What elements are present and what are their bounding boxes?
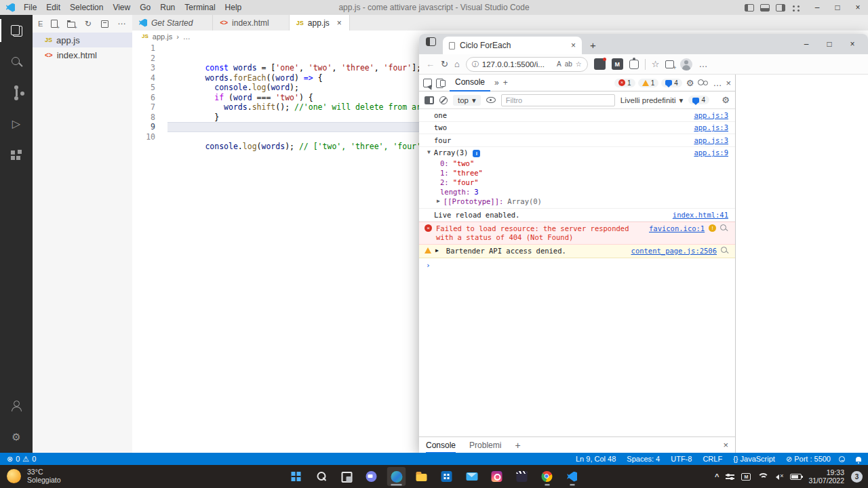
vscode-icon[interactable] — [563, 467, 582, 486]
clipchamp-icon[interactable] — [513, 467, 532, 486]
new-tab-button[interactable]: + — [590, 39, 596, 51]
search-similar-icon[interactable] — [721, 247, 728, 254]
store-icon[interactable] — [437, 467, 456, 486]
console-warning-row[interactable]: ▶ Bartender API access denied. content_p… — [419, 245, 735, 258]
start-icon[interactable] — [287, 467, 306, 486]
console-sidebar-icon[interactable] — [425, 96, 434, 104]
console-error-row[interactable]: × Failed to load resource: the server re… — [419, 222, 735, 245]
new-folder-icon[interactable] — [66, 18, 77, 29]
menu-go[interactable]: Go — [135, 0, 155, 15]
refresh-explorer-icon[interactable]: ↻ — [83, 18, 94, 29]
drawer-add-icon[interactable]: + — [515, 440, 520, 451]
battery-icon[interactable] — [790, 474, 802, 480]
refresh-icon[interactable]: ↻ — [441, 59, 448, 69]
toggle-panel-icon[interactable] — [760, 4, 770, 12]
source-link[interactable]: app.js:9 — [694, 148, 728, 157]
array-property-row[interactable]: 2: "four" — [419, 178, 735, 187]
activity-account[interactable] — [0, 390, 33, 422]
console-log-row[interactable]: four app.js:3 — [419, 134, 735, 147]
console-settings-icon[interactable]: ⚙ — [722, 95, 730, 105]
address-bar[interactable]: ⓘ 127.0.0.1:5500/i... A ab ☆ — [466, 57, 588, 72]
instagram-icon[interactable] — [488, 467, 507, 486]
status-indentation[interactable]: Spaces: 4 — [627, 455, 660, 463]
activity-run-debug[interactable]: ▷ — [0, 108, 33, 140]
expand-triangle-icon[interactable]: ▼ — [427, 148, 431, 157]
tablet-input-icon[interactable]: M — [741, 473, 751, 481]
page-viewport[interactable] — [736, 75, 868, 453]
source-link[interactable]: content_page.js:2506 — [631, 247, 717, 256]
notification-count-badge[interactable]: 3 — [851, 471, 863, 483]
source-link[interactable]: app.js:3 — [694, 136, 728, 145]
extension-icon[interactable] — [594, 58, 606, 70]
drawer-tab-problems[interactable]: Problemi — [469, 441, 501, 450]
back-icon[interactable]: ← — [426, 59, 435, 69]
devtools-more-icon[interactable]: … — [713, 78, 722, 88]
status-cursor-position[interactable]: Ln 9, Col 48 — [576, 455, 616, 463]
notifications-bell-icon[interactable] — [856, 457, 861, 462]
add-panel-icon[interactable]: + — [503, 78, 508, 87]
expand-triangle-icon[interactable]: ▶ — [437, 197, 440, 206]
browser-tab-close-icon[interactable]: × — [571, 41, 576, 50]
source-link[interactable]: app.js:3 — [694, 123, 728, 132]
menu-help[interactable]: Help — [220, 0, 247, 15]
devtools-tab-console[interactable]: Console — [450, 75, 490, 92]
menu-view[interactable]: View — [108, 0, 135, 15]
more-tabs-icon[interactable]: » — [494, 78, 499, 87]
customize-layout-icon[interactable] — [791, 4, 801, 12]
info-badge-icon[interactable]: i — [473, 150, 480, 157]
status-eol[interactable]: CRLF — [703, 455, 722, 463]
warning-count-badge[interactable]: 1 — [638, 79, 659, 87]
issues-icon[interactable]: ! — [709, 224, 716, 232]
wifi-icon[interactable] — [757, 473, 766, 481]
error-count-badge[interactable]: ×1 — [614, 79, 635, 87]
activity-explorer[interactable] — [0, 15, 33, 46]
menu-run[interactable]: Run — [155, 0, 180, 15]
browser-close-button[interactable]: × — [842, 39, 863, 49]
extension-m-icon[interactable]: M — [612, 58, 623, 70]
clock[interactable]: 19:33 31/07/2022 — [808, 468, 844, 485]
source-link[interactable]: index.html:41 — [673, 211, 728, 220]
translate-icon[interactable]: ab — [565, 60, 572, 68]
explorer-more-icon[interactable]: ⋯ — [116, 18, 127, 29]
devtools-settings-icon[interactable]: ⚙ — [686, 78, 694, 88]
menu-edit[interactable]: Edit — [41, 0, 65, 15]
vscode-minimize-button[interactable]: – — [807, 0, 827, 15]
devtools-close-icon[interactable]: × — [726, 78, 731, 88]
profile-avatar[interactable] — [680, 58, 692, 70]
file-index-html[interactable]: <> index.html — [33, 47, 132, 62]
feedback-icon[interactable] — [839, 456, 845, 462]
live-expression-icon[interactable] — [486, 97, 496, 103]
problems-indicator[interactable]: ⊗ 0 ⚠ 0 — [7, 455, 36, 464]
drawer-tab-console[interactable]: Console — [426, 437, 456, 453]
volume-muted-icon[interactable] — [773, 473, 783, 481]
activity-search[interactable] — [0, 46, 33, 77]
favorites-bar-icon[interactable]: ☆ — [652, 59, 660, 69]
expand-triangle-icon[interactable]: ▶ — [435, 247, 439, 256]
menu-selection[interactable]: Selection — [65, 0, 108, 15]
array-property-row[interactable]: 0: "two" — [419, 159, 735, 168]
status-live-server-port[interactable]: ⊘ Port : 5500 — [786, 455, 831, 464]
filter-input[interactable] — [501, 94, 615, 106]
home-icon[interactable]: ⌂ — [454, 59, 460, 69]
site-info-icon[interactable]: ⓘ — [472, 60, 479, 69]
weather-widget[interactable]: 33°C Soleggiato — [7, 468, 61, 484]
file-explorer-icon[interactable] — [412, 467, 431, 486]
status-encoding[interactable]: UTF-8 — [671, 455, 692, 463]
toggle-sidebar-icon[interactable] — [745, 4, 754, 12]
context-selector[interactable]: top▾ — [453, 95, 481, 106]
status-language[interactable]: {} JavaScript — [733, 455, 775, 463]
chat-icon[interactable] — [362, 467, 381, 486]
console-log-row[interactable]: one app.js:3 — [419, 109, 735, 122]
toolbar-message-badge[interactable]: 4 — [688, 96, 709, 104]
breadcrumb-symbol[interactable]: … — [183, 33, 191, 41]
device-toolbar-icon[interactable] — [436, 79, 446, 87]
mixer-icon[interactable] — [726, 473, 734, 480]
taskview-icon[interactable] — [337, 467, 356, 486]
message-count-badge[interactable]: 4 — [661, 79, 682, 87]
tab-index-html[interactable]: <> index.html — [213, 15, 289, 30]
vscode-close-button[interactable]: × — [848, 0, 868, 15]
array-property-row[interactable]: 1: "three" — [419, 168, 735, 178]
inspect-element-icon[interactable] — [423, 79, 432, 87]
toggle-secondary-sidebar-icon[interactable] — [776, 4, 785, 12]
collapse-folders-icon[interactable] — [100, 18, 111, 29]
